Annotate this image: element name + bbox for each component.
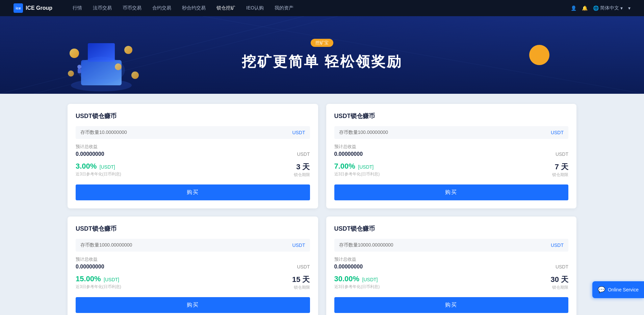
- card-2-days-label: 锁仓期限: [552, 172, 568, 178]
- card-2-profit-label: 预计总收益: [334, 144, 569, 150]
- card-4-title: USDT锁仓赚币: [334, 225, 569, 233]
- card-1-days-label: 锁仓期限: [294, 172, 310, 178]
- user-icon[interactable]: 👤: [571, 5, 576, 11]
- card-1-buy-button[interactable]: 购买: [76, 184, 310, 200]
- nav-item-market[interactable]: 行情: [73, 5, 82, 11]
- card-4-days: 30 天: [550, 275, 568, 285]
- nav-item-coin[interactable]: 币币交易: [123, 5, 141, 11]
- nav-item-mining[interactable]: 锁仓挖矿: [216, 5, 235, 11]
- card-1-rate-coin: [USDT]: [100, 164, 115, 170]
- mining-card-1: USDT锁仓赚币 存币数量10.00000000 USDT 预计总收益 0.00…: [68, 104, 318, 208]
- card-3-profit-value: 0.00000000: [76, 264, 104, 270]
- card-4-rate-coin: [USDT]: [362, 277, 378, 282]
- card-2-profit-unit: USDT: [556, 151, 568, 157]
- svg-point-6: [78, 57, 125, 84]
- svg-point-9: [115, 63, 122, 70]
- card-3-days-label: 锁仓期限: [292, 285, 310, 290]
- card-4-rate-percent: 30.00%: [334, 275, 360, 283]
- card-3-amount: 存币数量1000.00000000: [80, 242, 132, 248]
- online-service-label: Online Service: [608, 287, 639, 292]
- card-4-profit-row: 0.00000000 USDT: [334, 264, 569, 270]
- card-2-profit-row: 0.00000000 USDT: [334, 151, 569, 157]
- card-3-rate-desc: 近3日参考年化(日币利息): [76, 284, 121, 290]
- card-3-rate-row: 15.00% [USDT] 近3日参考年化(日币利息) 15 天 锁仓期限: [76, 275, 310, 290]
- card-1-amount: 存币数量10.00000000: [80, 130, 127, 136]
- svg-point-11: [131, 71, 139, 79]
- card-3-title: USDT锁仓赚币: [76, 225, 310, 233]
- lang-label: 简体中文: [600, 5, 619, 11]
- nav-item-ieo[interactable]: IEO认购: [246, 5, 264, 11]
- card-2-rate-coin: [USDT]: [358, 164, 373, 170]
- card-3-rate-right: 15 天 锁仓期限: [292, 275, 310, 290]
- card-1-title: USDT锁仓赚币: [76, 112, 310, 120]
- card-4-rate-desc: 近3日参考年化(日币利息): [334, 284, 380, 290]
- online-service-button[interactable]: 💬 Online Service: [592, 281, 644, 298]
- nav-item-fiat[interactable]: 法币交易: [93, 5, 112, 11]
- svg-point-10: [68, 70, 74, 77]
- navbar-right: 👤 🔔 🌐 简体中文 ▾ ▾: [571, 5, 630, 11]
- svg-point-12: [77, 65, 81, 69]
- card-1-profit-label: 预计总收益: [76, 144, 310, 150]
- banner-circle-decoration: [529, 45, 549, 65]
- banner-content: 挖矿宝 挖矿更简单 轻松领奖励: [242, 39, 403, 71]
- card-4-amount: 存币数量10000.00000000: [339, 242, 393, 248]
- card-2-profit-value: 0.00000000: [334, 151, 363, 157]
- nav-item-assets[interactable]: 我的资产: [275, 5, 293, 11]
- card-3-amount-row: 存币数量1000.00000000 USDT: [76, 239, 310, 252]
- card-2-rate-desc: 近3日参考年化(日币利息): [334, 171, 380, 177]
- lang-switcher[interactable]: 🌐 简体中文 ▾: [593, 5, 623, 11]
- navbar-logo[interactable]: ice ICE Group: [14, 3, 52, 13]
- expand-icon[interactable]: ▾: [628, 5, 630, 11]
- globe-icon: 🌐: [593, 5, 599, 11]
- card-2-rate-left: 7.00% [USDT] 近3日参考年化(日币利息): [334, 162, 380, 177]
- card-1-amount-row: 存币数量10.00000000 USDT: [76, 126, 310, 139]
- nav-item-contract[interactable]: 合约交易: [152, 5, 171, 11]
- card-2-amount-row: 存币数量100.00000000 USDT: [334, 126, 569, 139]
- card-2-buy-button[interactable]: 购买: [334, 184, 569, 200]
- mining-card-3: USDT锁仓赚币 存币数量1000.00000000 USDT 预计总收益 0.…: [68, 217, 318, 315]
- card-2-unit: USDT: [551, 130, 564, 135]
- card-2-rate-percent: 7.00%: [334, 162, 355, 170]
- card-4-days-label: 锁仓期限: [550, 285, 568, 290]
- card-4-unit: USDT: [551, 242, 564, 248]
- chevron-down-icon: ▾: [620, 5, 623, 11]
- card-1-profit-unit: USDT: [297, 151, 310, 157]
- card-3-rate-coin: [USDT]: [104, 277, 119, 282]
- card-4-amount-row: 存币数量10000.00000000 USDT: [334, 239, 569, 252]
- card-1-rate-row: 3.00% [USDT] 近3日参考年化(日币利息) 3 天 锁仓期限: [76, 162, 310, 178]
- card-4-rate-right: 30 天 锁仓期限: [550, 275, 568, 290]
- banner-tag: 挖矿宝: [311, 39, 333, 47]
- card-1-rate-percent: 3.00%: [76, 162, 97, 170]
- card-2-rate-row: 7.00% [USDT] 近3日参考年化(日币利息) 7 天 锁仓期限: [334, 162, 569, 178]
- card-3-rate-percent: 15.00%: [76, 275, 101, 283]
- card-1-profit-value: 0.00000000: [76, 151, 104, 157]
- nav-item-second-contract[interactable]: 秒合约交易: [182, 5, 206, 11]
- card-3-days: 15 天: [292, 275, 310, 285]
- banner-title: 挖矿更简单 轻松领奖励: [242, 52, 403, 71]
- banner: 挖矿宝 挖矿更简单 轻松领奖励: [0, 16, 644, 94]
- card-2-title: USDT锁仓赚币: [334, 112, 569, 120]
- chat-icon: 💬: [598, 286, 605, 293]
- svg-point-8: [124, 46, 132, 54]
- card-1-rate-left: 3.00% [USDT] 近3日参考年化(日币利息): [76, 162, 121, 177]
- card-1-rate-desc: 近3日参考年化(日币利息): [76, 171, 121, 177]
- logo-icon: ice: [14, 3, 23, 13]
- svg-point-7: [70, 49, 79, 58]
- card-3-buy-button[interactable]: 购买: [76, 297, 310, 313]
- card-4-profit-value: 0.00000000: [334, 264, 363, 270]
- main-content: USDT锁仓赚币 存币数量10.00000000 USDT 预计总收益 0.00…: [0, 94, 644, 315]
- logo-abbr: ice: [16, 6, 21, 10]
- navbar-nav: 行情 法币交易 币币交易 合约交易 秒合约交易 锁仓挖矿 IEO认购 我的资产: [73, 5, 571, 11]
- card-4-buy-button[interactable]: 购买: [334, 297, 569, 313]
- navbar: ice ICE Group 行情 法币交易 币币交易 合约交易 秒合约交易 锁仓…: [0, 0, 644, 16]
- card-1-profit-row: 0.00000000 USDT: [76, 151, 310, 157]
- card-1-rate-right: 3 天 锁仓期限: [294, 162, 310, 178]
- mining-card-2: USDT锁仓赚币 存币数量100.00000000 USDT 预计总收益 0.0…: [326, 104, 577, 208]
- banner-illustration: [54, 23, 149, 94]
- volume-icon[interactable]: 🔔: [582, 5, 588, 11]
- card-1-days: 3 天: [294, 162, 310, 172]
- card-3-rate-left: 15.00% [USDT] 近3日参考年化(日币利息): [76, 275, 121, 290]
- card-2-rate-right: 7 天 锁仓期限: [552, 162, 568, 178]
- card-3-profit-unit: USDT: [297, 264, 310, 269]
- logo-text: ICE Group: [26, 5, 52, 11]
